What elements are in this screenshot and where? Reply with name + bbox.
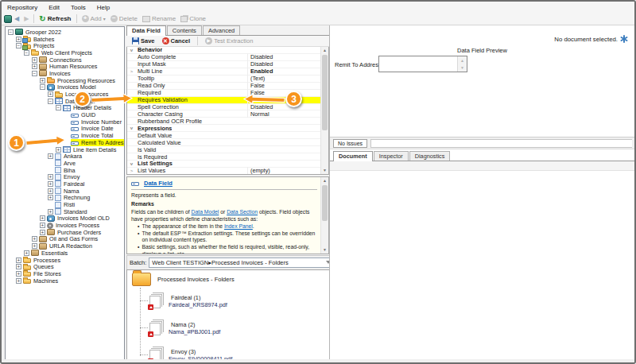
tree-item-batches[interactable]: +Batches [6,36,124,43]
tree-item-local-resources[interactable]: +Local Resources [6,91,124,98]
menu-item-help[interactable]: Help [91,2,115,13]
tree-expander-plus-icon[interactable]: + [48,174,53,180]
menu-item-repository[interactable]: Repository [2,2,43,13]
help-scrollbar[interactable]: ▲ ▼ [320,177,328,254]
tree-expander-plus-icon[interactable]: + [40,78,45,83]
tree-item-data-model[interactable]: −Data Model [6,98,124,105]
preview-tab-inspector[interactable]: Inspector [374,151,409,161]
tree-expander-plus-icon[interactable]: + [56,147,61,153]
tree-expander-plus-icon[interactable]: + [48,91,53,97]
tree-item-processing-resources[interactable]: +Processing Resources [6,77,124,84]
tree-expander-plus-icon[interactable]: + [16,37,21,42]
tree-expander-plus-icon[interactable]: + [16,271,21,277]
tree-item-processes[interactable]: +Processes [6,257,124,264]
tree-item-connections[interactable]: +Connections [6,56,124,64]
tree-expander-plus-icon[interactable]: + [24,250,29,256]
tree-expander-plus-icon[interactable]: + [32,57,37,63]
tree-item-rechnung[interactable]: +Rechnung [6,195,124,202]
tree-item-label: Nama [64,188,79,195]
tree-expander-minus-icon[interactable]: − [32,71,37,76]
tree-item-risti[interactable]: Risti [6,201,124,208]
tree-item-machines[interactable]: +Machines [6,277,124,285]
tree-expander-minus-icon[interactable]: − [8,29,14,35]
tree-item-projects[interactable]: −Projects [6,42,124,49]
tree-expander-minus-icon[interactable]: − [16,43,21,48]
back-button[interactable]: ◀ [12,15,21,23]
tree-item-arve[interactable]: Arve [6,160,124,167]
tree-item-invoices-model[interactable]: −Invoices Model [6,84,124,91]
clone-button[interactable]: Clone [178,14,208,23]
cancel-button[interactable]: ✕ Cancel [160,37,193,45]
help-link-data-model[interactable]: Data Model [192,209,219,215]
batch-root-folder[interactable]: Processed Invoices - Folders [132,273,235,286]
tree-expander-plus-icon[interactable]: + [16,258,21,263]
tree-expander-plus-icon[interactable]: + [32,64,37,69]
preview-tab-diagnostics[interactable]: Diagnostics [409,151,451,161]
tree-expander-plus-icon[interactable]: + [32,236,37,242]
tree-item-envoy[interactable]: +Envoy [6,173,124,180]
tab-advanced[interactable]: Advanced [203,25,240,35]
tree-expander-plus-icon[interactable]: + [48,188,53,194]
tree-item-queues[interactable]: +Queues [6,263,124,270]
forward-button[interactable]: ▶ [21,15,31,23]
tree-item-header-details[interactable]: −Header Details [6,105,124,112]
batch-selector[interactable]: Web Client TESTIGN▸Processed Invoices - … [149,258,335,268]
tree-expander-minus-icon[interactable]: − [24,50,29,56]
menu-item-tools[interactable]: Tools [65,2,91,13]
tree-item-biha[interactable]: Biha [6,167,124,174]
save-button[interactable]: Save [130,37,157,45]
tree-item-invoices-model-old[interactable]: +Invoices Model OLD [6,215,124,223]
tree-expander-plus-icon[interactable]: + [48,195,53,200]
tree-expander-minus-icon[interactable]: − [48,99,53,104]
tree-expander-plus-icon[interactable]: + [48,153,53,159]
tree-item-invoices-process[interactable]: +Invoices Process [6,222,124,229]
help-link-index-panel[interactable]: Index Panel [224,223,253,229]
tree-expander-plus-icon[interactable]: + [40,215,45,221]
data-field-help-link[interactable]: Data Field [144,180,173,187]
remit-to-address-input[interactable]: ▲▼ [378,56,467,72]
tree-item-grooper-2022[interactable]: −Grooper 2022 [6,29,124,36]
property-grid-scrollbar[interactable]: ▲ ▼ [320,47,328,174]
tree-item-urla-redaction[interactable]: +URLA Redaction [6,242,124,250]
refresh-button[interactable]: ↻ Refresh [37,14,73,23]
tree-expander-minus-icon[interactable]: − [56,105,61,110]
field-scroll-spinner[interactable]: ▲▼ [457,56,467,72]
menu-item-edit[interactable]: Edit [43,2,65,13]
tree-item-ankara[interactable]: +Ankara [6,153,124,160]
tree-item-invoice-number[interactable]: Invoice Number [6,118,124,126]
tree-expander-plus-icon[interactable]: + [32,243,37,249]
tree-item-web-client-projects[interactable]: −Web Client Projects [6,49,124,56]
batch-folder-file[interactable]: Nama_#PBJ001.pdf [169,328,220,335]
clone-icon [180,16,188,22]
preview-tab-document[interactable]: Document [333,151,373,161]
property-expander-icon: > [127,69,136,74]
tree-expander-plus-icon[interactable]: + [40,223,45,228]
tree-item-file-stores[interactable]: +File Stores [6,270,124,277]
tree-expander-plus-icon[interactable]: + [40,230,45,235]
tab-contents[interactable]: Contents [167,25,202,35]
tree-item-invoice-date[interactable]: Invoice Date [6,126,124,133]
tree-expander-plus-icon[interactable]: + [16,278,21,284]
property-row-list-values[interactable]: >List Values(empty) [127,168,328,175]
help-link-data-section[interactable]: Data Section [227,209,258,215]
add-button[interactable]: + Add ▾ [80,14,108,23]
tree-item-oil-and-gas-forms[interactable]: +Oil and Gas Forms [6,236,124,243]
tree-item-standard[interactable]: +Standard [6,208,124,215]
tree-item-human-resources[interactable]: +Human Resources [6,63,124,70]
tree-item-guid[interactable]: GUID [6,111,124,118]
tree-expander-plus-icon[interactable]: + [48,209,53,215]
tree-item-invoices[interactable]: −Invoices [6,70,124,77]
field-icon [71,121,79,125]
tab-data-field[interactable]: Data Field [126,25,166,36]
tree-item-nama[interactable]: +Nama [6,188,124,195]
tree-item-purchase-orders[interactable]: +Purchase Orders [6,229,124,236]
tree-expander-plus-icon[interactable]: + [48,181,53,187]
tree-expander-plus-icon[interactable]: + [16,264,21,269]
test-extraction-button[interactable]: ▶ Test Extraction [203,37,255,45]
tree-expander-minus-icon[interactable]: − [40,84,45,90]
rename-button[interactable]: Rename [140,14,178,23]
tree-item-essentials[interactable]: +Essentials [6,250,124,257]
delete-button[interactable]: − Delete [108,14,140,23]
batch-folder-file[interactable]: Fairdeal_KRS8974.pdf [169,301,227,308]
tree-item-fairdeal[interactable]: +Fairdeal [6,180,124,188]
